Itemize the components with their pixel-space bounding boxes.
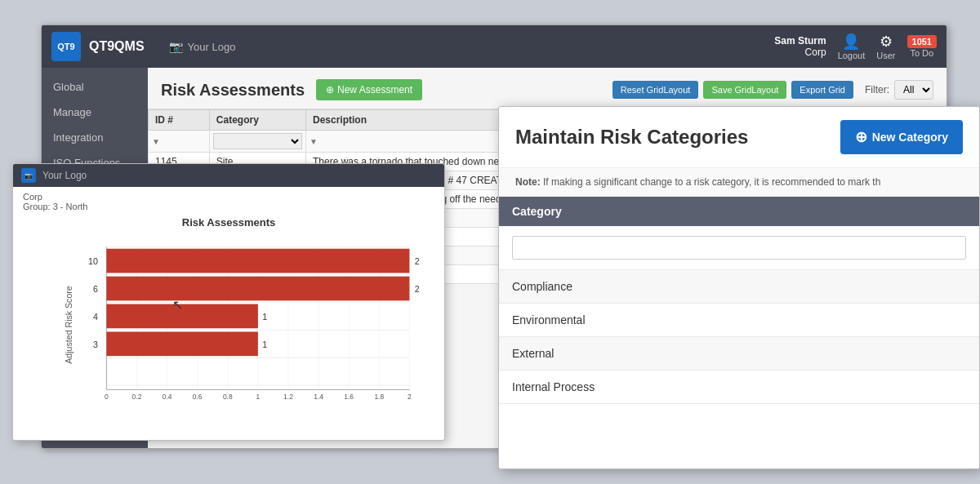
chart-logo-icon: 📷 [24, 172, 33, 180]
sidebar-item-global[interactable]: Global [42, 74, 148, 100]
x-tick-1: 1 [256, 393, 261, 401]
panel-header: Maintain Risk Categories ⊕ New Category [499, 107, 979, 168]
chart-company: Corp [23, 192, 434, 202]
filter-icon: ▼ [152, 137, 160, 146]
bar-count-3: 1 [262, 340, 267, 349]
panel-note: Note: If making a significant change to … [499, 168, 979, 197]
user-btn-label: User [876, 51, 895, 60]
page-title: Risk Assessments [161, 81, 305, 100]
todo-btn[interactable]: 1051 To Do [907, 35, 937, 58]
bar-label-10: 10 [88, 256, 98, 266]
bar-4 [106, 304, 258, 329]
chart-company-info: Corp Group: 3 - North [13, 187, 444, 213]
new-category-plus-icon: ⊕ [855, 128, 867, 146]
bar-10 [106, 249, 409, 273]
user-btn[interactable]: ⚙ User [876, 33, 895, 60]
reset-gridlayout-button[interactable]: Reset GridLayout [612, 81, 699, 99]
plus-icon: ⊕ [326, 84, 334, 95]
x-tick-2: 2 [408, 393, 412, 401]
category-environmental: Environmental [499, 304, 979, 337]
filter-id-cell: ▼ [149, 131, 210, 153]
brand-name: QT9QMS [89, 39, 145, 54]
bar-count-4: 1 [262, 312, 267, 322]
user-icon: ⚙ [876, 33, 895, 51]
chart-title: Risk Assessments [13, 213, 444, 232]
categories-header-row: Category [499, 197, 979, 226]
todo-badge: 1051 [907, 35, 937, 48]
user-info: Sam Sturm Corp [774, 35, 826, 58]
new-category-input[interactable] [512, 236, 966, 260]
save-gridlayout-button[interactable]: Save GridLayout [703, 81, 786, 99]
panel-title: Maintain Risk Categories [515, 126, 748, 149]
export-grid-button[interactable]: Export Grid [791, 81, 853, 99]
filter-label: Filter: [865, 84, 889, 95]
navbar: QT9 QT9QMS 📷 Your Logo Sam Sturm Corp 👤 … [42, 25, 947, 68]
filter-select[interactable]: All [894, 80, 933, 100]
logo-placeholder-text: Your Logo [188, 41, 236, 53]
logout-btn[interactable]: 👤 Logout [838, 33, 866, 60]
bar-3 [106, 331, 258, 356]
chart-titlebar: 📷 Your Logo [13, 164, 444, 187]
category-row: External [499, 337, 979, 371]
chart-area: Adjusted Risk Score 10 2 [13, 232, 444, 428]
x-tick-06: 0.6 [193, 393, 203, 401]
category-column-header: Category [499, 197, 979, 226]
category-internal-process: Internal Process [499, 371, 979, 404]
col-category: Category [209, 110, 305, 131]
page-actions: Reset GridLayout Save GridLayout Export … [612, 80, 933, 100]
new-category-button[interactable]: ⊕ New Category [840, 120, 963, 154]
navbar-left: QT9 QT9QMS 📷 Your Logo [51, 32, 235, 61]
categories-tbody: Compliance Environmental External Intern… [499, 226, 979, 404]
bar-label-3: 3 [93, 340, 98, 349]
logout-icon: 👤 [838, 33, 866, 51]
chart-window: 📷 Your Logo Corp Group: 3 - North Risk A… [12, 163, 445, 441]
new-assessment-button[interactable]: ⊕ New Assessment [316, 79, 422, 100]
filter-desc-icon: ▼ [310, 137, 318, 146]
bar-label-6: 6 [93, 284, 98, 294]
x-tick-16: 1.6 [344, 393, 354, 401]
chart-window-logo: 📷 [21, 168, 36, 183]
x-tick-18: 1.8 [374, 393, 384, 401]
category-row: Compliance [499, 270, 979, 304]
chart-window-title-text: Your Logo [42, 170, 87, 181]
bar-6 [106, 277, 409, 301]
y-axis-label: Adjusted Risk Score [64, 286, 74, 363]
x-tick-08: 0.8 [223, 393, 233, 401]
user-company: Corp [774, 47, 826, 58]
chart-group: Group: 3 - North [23, 202, 434, 211]
x-tick-02: 0.2 [132, 393, 142, 401]
categories-table: Category Compliance Environmental Extern… [499, 197, 979, 404]
logout-label: Logout [838, 51, 866, 60]
x-tick-12: 1.2 [283, 393, 293, 401]
camera-icon: 📷 [169, 40, 183, 53]
x-tick-0: 0 [105, 393, 109, 401]
note-label: Note: [515, 176, 541, 188]
new-assessment-label: New Assessment [337, 84, 412, 95]
app-logo: QT9 [51, 32, 81, 61]
chart-svg: Adjusted Risk Score 10 2 [54, 238, 436, 411]
filter-category-cell [209, 131, 305, 153]
new-category-cell [499, 226, 979, 270]
sidebar-item-integration[interactable]: Integration [42, 125, 148, 150]
note-text: If making a significant change to a risk… [543, 176, 880, 188]
category-compliance: Compliance [499, 270, 979, 304]
bar-label-4: 4 [93, 312, 98, 322]
col-id: ID # [149, 110, 210, 131]
bar-count-6: 2 [415, 284, 420, 294]
x-tick-04: 0.4 [163, 393, 172, 401]
category-row: Internal Process [499, 371, 979, 404]
category-row: Environmental [499, 304, 979, 337]
bar-count-10: 2 [415, 256, 420, 266]
new-category-label: New Category [872, 131, 948, 144]
logo-placeholder-area: 📷 Your Logo [169, 40, 236, 53]
new-category-row [499, 226, 979, 270]
category-external: External [499, 337, 979, 371]
user-name: Sam Sturm [774, 35, 826, 47]
todo-label: To Do [907, 48, 937, 58]
category-filter-select[interactable] [213, 133, 302, 149]
risk-categories-panel: Maintain Risk Categories ⊕ New Category … [498, 106, 980, 469]
page-header: Risk Assessments ⊕ New Assessment Reset … [148, 68, 947, 109]
x-tick-14: 1.4 [314, 393, 323, 401]
navbar-right: Sam Sturm Corp 👤 Logout ⚙ User 1051 To D… [774, 33, 937, 60]
sidebar-item-manage[interactable]: Manage [42, 100, 148, 125]
